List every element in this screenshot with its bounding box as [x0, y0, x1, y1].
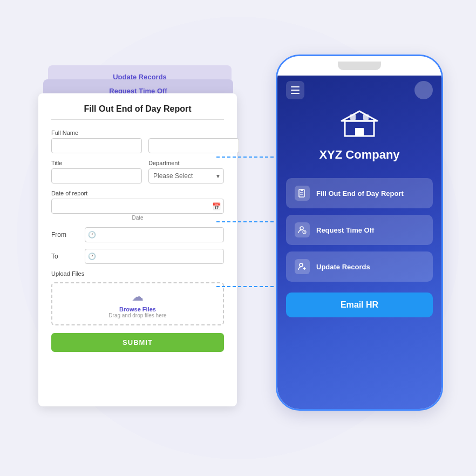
content-wrapper: Update Records Request Time Off Fill Out… — [28, 44, 448, 432]
report-icon — [295, 186, 310, 201]
phone-buttons: Fill Out End of Day Report Request Time … — [277, 178, 441, 282]
title-label: Title — [51, 160, 142, 166]
from-time-input[interactable]: 16:26 — [85, 227, 224, 242]
user-clock-icon — [295, 222, 310, 237]
menu-line-2 — [291, 90, 300, 91]
svg-rect-10 — [363, 114, 369, 120]
calendar-icon: 📅 — [212, 202, 221, 210]
menu-line-3 — [291, 93, 300, 94]
svg-rect-8 — [355, 128, 364, 136]
avatar — [414, 81, 433, 99]
phone-notch — [338, 62, 381, 70]
svg-point-15 — [300, 227, 303, 230]
menu-button[interactable] — [286, 81, 304, 99]
email-hr-button[interactable]: Email HR — [286, 293, 433, 317]
department-group: Department Please Select ▼ — [148, 160, 224, 183]
company-logo-area: XYZ Company — [319, 104, 399, 173]
phone-btn-request-time-label: Request Time Off — [316, 226, 374, 234]
upload-area[interactable]: ☁ Browse Files Drag and drop files here — [51, 282, 224, 325]
to-time-wrapper: 🕐 16:26 — [85, 249, 224, 264]
date-wrapper: 04/16/2024 📅 — [51, 199, 224, 214]
warehouse-icon — [341, 109, 378, 144]
svg-rect-9 — [350, 114, 356, 120]
svg-rect-12 — [301, 189, 303, 191]
phone-btn-fill-report[interactable]: Fill Out End of Day Report — [286, 178, 433, 208]
department-select-wrapper: Please Select ▼ — [148, 168, 224, 183]
last-name-input[interactable] — [148, 138, 239, 153]
phone-screen: XYZ Company Fill Out End of Day Report — [277, 76, 441, 409]
submit-button[interactable]: SUBMIT — [51, 333, 224, 352]
to-time-input[interactable]: 16:26 — [85, 249, 224, 264]
phone-btn-update-records-label: Update Records — [316, 263, 370, 271]
first-name-input[interactable] — [51, 138, 142, 153]
svg-marker-6 — [342, 111, 377, 121]
phone-wrapper: XYZ Company Fill Out End of Day Report — [276, 55, 443, 411]
from-row: From 🕐 16:26 — [51, 227, 224, 242]
menu-line-1 — [291, 86, 300, 87]
from-label: From — [51, 231, 78, 239]
company-name: XYZ Company — [319, 148, 399, 162]
card-front: Fill Out End of Day Report Full Name Tit… — [38, 93, 237, 406]
background-circle: Update Records Request Time Off Fill Out… — [17, 17, 459, 459]
clock-icon: 🕐 — [88, 231, 96, 239]
department-label: Department — [148, 160, 224, 166]
date-hint: Date — [51, 215, 224, 221]
phone-notch-area — [277, 56, 441, 76]
from-time-wrapper: 🕐 16:26 — [85, 227, 224, 242]
form-stack: Update Records Request Time Off Fill Out… — [38, 65, 238, 389]
title-group: Title — [51, 160, 142, 183]
date-input[interactable]: 04/16/2024 — [51, 199, 224, 214]
date-label: Date of report — [51, 190, 224, 196]
department-select[interactable]: Please Select — [148, 168, 224, 183]
title-input[interactable] — [51, 168, 142, 183]
title-department-row: Title Department Please Select ▼ — [51, 160, 224, 183]
full-name-label: Full Name — [51, 130, 224, 136]
phone-device: XYZ Company Fill Out End of Day Report — [276, 55, 443, 411]
svg-point-19 — [300, 263, 303, 267]
user-plus-icon — [295, 259, 310, 274]
upload-label: Upload Files — [51, 270, 224, 277]
to-row: To 🕐 16:26 — [51, 249, 224, 264]
browse-files-label[interactable]: Browse Files — [119, 306, 156, 312]
upload-group: Upload Files ☁ Browse Files Drag and dro… — [51, 270, 224, 325]
phone-btn-fill-report-label: Fill Out End of Day Report — [316, 189, 404, 198]
drag-drop-text: Drag and drop files here — [108, 312, 166, 318]
phone-btn-update-records[interactable]: Update Records — [286, 251, 433, 282]
date-group: Date of report 04/16/2024 📅 Date — [51, 190, 224, 221]
full-name-group: Full Name — [51, 130, 224, 153]
cloud-upload-icon: ☁ — [132, 290, 144, 304]
to-label: To — [51, 253, 78, 260]
form-title: Fill Out End of Day Report — [51, 104, 224, 120]
phone-btn-request-time[interactable]: Request Time Off — [286, 215, 433, 245]
phone-header — [277, 76, 441, 104]
clock-icon-2: 🕐 — [88, 253, 96, 260]
